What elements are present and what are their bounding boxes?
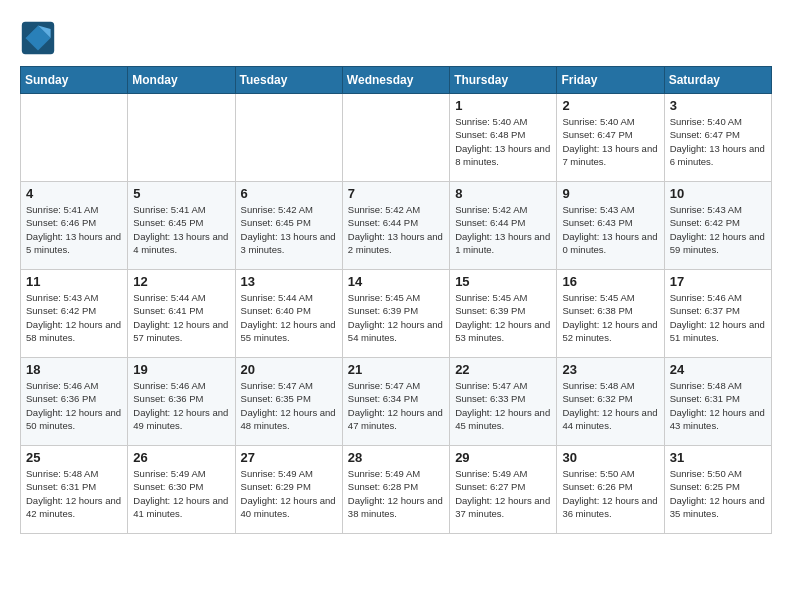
day-cell-29: 29Sunrise: 5:49 AM Sunset: 6:27 PM Dayli…: [450, 446, 557, 534]
day-cell-15: 15Sunrise: 5:45 AM Sunset: 6:39 PM Dayli…: [450, 270, 557, 358]
day-detail: Sunrise: 5:46 AM Sunset: 6:36 PM Dayligh…: [26, 379, 122, 432]
day-number: 1: [455, 98, 551, 113]
day-number: 11: [26, 274, 122, 289]
day-cell-16: 16Sunrise: 5:45 AM Sunset: 6:38 PM Dayli…: [557, 270, 664, 358]
day-number: 8: [455, 186, 551, 201]
week-row-1: 1Sunrise: 5:40 AM Sunset: 6:48 PM Daylig…: [21, 94, 772, 182]
empty-cell: [128, 94, 235, 182]
day-number: 22: [455, 362, 551, 377]
day-number: 5: [133, 186, 229, 201]
day-detail: Sunrise: 5:41 AM Sunset: 6:45 PM Dayligh…: [133, 203, 229, 256]
day-detail: Sunrise: 5:42 AM Sunset: 6:44 PM Dayligh…: [455, 203, 551, 256]
day-cell-27: 27Sunrise: 5:49 AM Sunset: 6:29 PM Dayli…: [235, 446, 342, 534]
day-number: 10: [670, 186, 766, 201]
day-detail: Sunrise: 5:46 AM Sunset: 6:37 PM Dayligh…: [670, 291, 766, 344]
day-detail: Sunrise: 5:47 AM Sunset: 6:34 PM Dayligh…: [348, 379, 444, 432]
day-number: 29: [455, 450, 551, 465]
week-row-2: 4Sunrise: 5:41 AM Sunset: 6:46 PM Daylig…: [21, 182, 772, 270]
day-number: 2: [562, 98, 658, 113]
day-detail: Sunrise: 5:47 AM Sunset: 6:35 PM Dayligh…: [241, 379, 337, 432]
day-cell-25: 25Sunrise: 5:48 AM Sunset: 6:31 PM Dayli…: [21, 446, 128, 534]
calendar-table: SundayMondayTuesdayWednesdayThursdayFrid…: [20, 66, 772, 534]
day-number: 15: [455, 274, 551, 289]
day-cell-2: 2Sunrise: 5:40 AM Sunset: 6:47 PM Daylig…: [557, 94, 664, 182]
day-cell-31: 31Sunrise: 5:50 AM Sunset: 6:25 PM Dayli…: [664, 446, 771, 534]
day-cell-26: 26Sunrise: 5:49 AM Sunset: 6:30 PM Dayli…: [128, 446, 235, 534]
day-detail: Sunrise: 5:49 AM Sunset: 6:28 PM Dayligh…: [348, 467, 444, 520]
empty-cell: [21, 94, 128, 182]
day-detail: Sunrise: 5:40 AM Sunset: 6:47 PM Dayligh…: [670, 115, 766, 168]
day-number: 31: [670, 450, 766, 465]
day-number: 16: [562, 274, 658, 289]
day-cell-10: 10Sunrise: 5:43 AM Sunset: 6:42 PM Dayli…: [664, 182, 771, 270]
day-number: 21: [348, 362, 444, 377]
day-cell-9: 9Sunrise: 5:43 AM Sunset: 6:43 PM Daylig…: [557, 182, 664, 270]
day-detail: Sunrise: 5:45 AM Sunset: 6:38 PM Dayligh…: [562, 291, 658, 344]
logo: [20, 20, 62, 56]
day-detail: Sunrise: 5:40 AM Sunset: 6:47 PM Dayligh…: [562, 115, 658, 168]
day-detail: Sunrise: 5:49 AM Sunset: 6:27 PM Dayligh…: [455, 467, 551, 520]
weekday-wednesday: Wednesday: [342, 67, 449, 94]
day-detail: Sunrise: 5:45 AM Sunset: 6:39 PM Dayligh…: [455, 291, 551, 344]
day-cell-7: 7Sunrise: 5:42 AM Sunset: 6:44 PM Daylig…: [342, 182, 449, 270]
day-cell-19: 19Sunrise: 5:46 AM Sunset: 6:36 PM Dayli…: [128, 358, 235, 446]
day-detail: Sunrise: 5:50 AM Sunset: 6:25 PM Dayligh…: [670, 467, 766, 520]
day-detail: Sunrise: 5:44 AM Sunset: 6:40 PM Dayligh…: [241, 291, 337, 344]
weekday-friday: Friday: [557, 67, 664, 94]
day-number: 9: [562, 186, 658, 201]
day-cell-20: 20Sunrise: 5:47 AM Sunset: 6:35 PM Dayli…: [235, 358, 342, 446]
day-detail: Sunrise: 5:43 AM Sunset: 6:42 PM Dayligh…: [26, 291, 122, 344]
weekday-header-row: SundayMondayTuesdayWednesdayThursdayFrid…: [21, 67, 772, 94]
day-detail: Sunrise: 5:44 AM Sunset: 6:41 PM Dayligh…: [133, 291, 229, 344]
weekday-sunday: Sunday: [21, 67, 128, 94]
week-row-3: 11Sunrise: 5:43 AM Sunset: 6:42 PM Dayli…: [21, 270, 772, 358]
page-header: [20, 20, 772, 56]
weekday-tuesday: Tuesday: [235, 67, 342, 94]
day-cell-3: 3Sunrise: 5:40 AM Sunset: 6:47 PM Daylig…: [664, 94, 771, 182]
day-number: 23: [562, 362, 658, 377]
day-detail: Sunrise: 5:46 AM Sunset: 6:36 PM Dayligh…: [133, 379, 229, 432]
day-cell-30: 30Sunrise: 5:50 AM Sunset: 6:26 PM Dayli…: [557, 446, 664, 534]
day-number: 13: [241, 274, 337, 289]
day-cell-24: 24Sunrise: 5:48 AM Sunset: 6:31 PM Dayli…: [664, 358, 771, 446]
day-detail: Sunrise: 5:49 AM Sunset: 6:30 PM Dayligh…: [133, 467, 229, 520]
day-cell-21: 21Sunrise: 5:47 AM Sunset: 6:34 PM Dayli…: [342, 358, 449, 446]
day-detail: Sunrise: 5:42 AM Sunset: 6:45 PM Dayligh…: [241, 203, 337, 256]
day-number: 7: [348, 186, 444, 201]
day-cell-28: 28Sunrise: 5:49 AM Sunset: 6:28 PM Dayli…: [342, 446, 449, 534]
day-detail: Sunrise: 5:48 AM Sunset: 6:31 PM Dayligh…: [670, 379, 766, 432]
day-detail: Sunrise: 5:49 AM Sunset: 6:29 PM Dayligh…: [241, 467, 337, 520]
day-cell-23: 23Sunrise: 5:48 AM Sunset: 6:32 PM Dayli…: [557, 358, 664, 446]
day-number: 28: [348, 450, 444, 465]
logo-icon: [20, 20, 56, 56]
day-number: 30: [562, 450, 658, 465]
calendar-body: 1Sunrise: 5:40 AM Sunset: 6:48 PM Daylig…: [21, 94, 772, 534]
day-number: 20: [241, 362, 337, 377]
day-number: 12: [133, 274, 229, 289]
day-detail: Sunrise: 5:48 AM Sunset: 6:32 PM Dayligh…: [562, 379, 658, 432]
day-detail: Sunrise: 5:48 AM Sunset: 6:31 PM Dayligh…: [26, 467, 122, 520]
day-cell-17: 17Sunrise: 5:46 AM Sunset: 6:37 PM Dayli…: [664, 270, 771, 358]
day-cell-6: 6Sunrise: 5:42 AM Sunset: 6:45 PM Daylig…: [235, 182, 342, 270]
day-cell-14: 14Sunrise: 5:45 AM Sunset: 6:39 PM Dayli…: [342, 270, 449, 358]
day-detail: Sunrise: 5:40 AM Sunset: 6:48 PM Dayligh…: [455, 115, 551, 168]
day-number: 18: [26, 362, 122, 377]
empty-cell: [342, 94, 449, 182]
day-cell-13: 13Sunrise: 5:44 AM Sunset: 6:40 PM Dayli…: [235, 270, 342, 358]
day-number: 6: [241, 186, 337, 201]
day-number: 24: [670, 362, 766, 377]
day-cell-1: 1Sunrise: 5:40 AM Sunset: 6:48 PM Daylig…: [450, 94, 557, 182]
day-number: 14: [348, 274, 444, 289]
day-cell-8: 8Sunrise: 5:42 AM Sunset: 6:44 PM Daylig…: [450, 182, 557, 270]
day-number: 26: [133, 450, 229, 465]
weekday-saturday: Saturday: [664, 67, 771, 94]
day-detail: Sunrise: 5:43 AM Sunset: 6:42 PM Dayligh…: [670, 203, 766, 256]
day-number: 27: [241, 450, 337, 465]
week-row-4: 18Sunrise: 5:46 AM Sunset: 6:36 PM Dayli…: [21, 358, 772, 446]
day-detail: Sunrise: 5:45 AM Sunset: 6:39 PM Dayligh…: [348, 291, 444, 344]
day-cell-11: 11Sunrise: 5:43 AM Sunset: 6:42 PM Dayli…: [21, 270, 128, 358]
weekday-thursday: Thursday: [450, 67, 557, 94]
day-detail: Sunrise: 5:42 AM Sunset: 6:44 PM Dayligh…: [348, 203, 444, 256]
day-detail: Sunrise: 5:47 AM Sunset: 6:33 PM Dayligh…: [455, 379, 551, 432]
day-number: 3: [670, 98, 766, 113]
